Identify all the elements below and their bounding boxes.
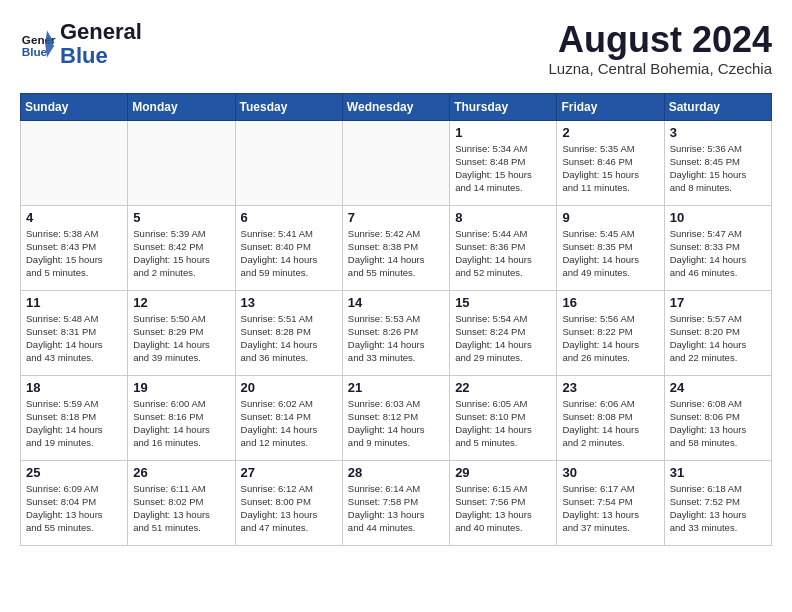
day-number: 9 [562, 210, 658, 225]
calendar-cell: 3Sunrise: 5:36 AM Sunset: 8:45 PM Daylig… [664, 120, 771, 205]
day-info: Sunrise: 5:56 AM Sunset: 8:22 PM Dayligh… [562, 312, 658, 365]
weekday-header-saturday: Saturday [664, 93, 771, 120]
day-number: 11 [26, 295, 122, 310]
calendar-cell: 16Sunrise: 5:56 AM Sunset: 8:22 PM Dayli… [557, 290, 664, 375]
day-number: 17 [670, 295, 766, 310]
weekday-header-row: SundayMondayTuesdayWednesdayThursdayFrid… [21, 93, 772, 120]
calendar-cell: 9Sunrise: 5:45 AM Sunset: 8:35 PM Daylig… [557, 205, 664, 290]
day-number: 13 [241, 295, 337, 310]
day-info: Sunrise: 6:18 AM Sunset: 7:52 PM Dayligh… [670, 482, 766, 535]
day-info: Sunrise: 5:47 AM Sunset: 8:33 PM Dayligh… [670, 227, 766, 280]
day-number: 5 [133, 210, 229, 225]
calendar-cell: 11Sunrise: 5:48 AM Sunset: 8:31 PM Dayli… [21, 290, 128, 375]
weekday-header-sunday: Sunday [21, 93, 128, 120]
weekday-header-friday: Friday [557, 93, 664, 120]
day-info: Sunrise: 5:35 AM Sunset: 8:46 PM Dayligh… [562, 142, 658, 195]
day-info: Sunrise: 5:51 AM Sunset: 8:28 PM Dayligh… [241, 312, 337, 365]
week-row-5: 25Sunrise: 6:09 AM Sunset: 8:04 PM Dayli… [21, 460, 772, 545]
weekday-header-monday: Monday [128, 93, 235, 120]
day-info: Sunrise: 6:02 AM Sunset: 8:14 PM Dayligh… [241, 397, 337, 450]
calendar-cell: 15Sunrise: 5:54 AM Sunset: 8:24 PM Dayli… [450, 290, 557, 375]
day-info: Sunrise: 5:41 AM Sunset: 8:40 PM Dayligh… [241, 227, 337, 280]
calendar-cell: 20Sunrise: 6:02 AM Sunset: 8:14 PM Dayli… [235, 375, 342, 460]
calendar-cell: 18Sunrise: 5:59 AM Sunset: 8:18 PM Dayli… [21, 375, 128, 460]
day-number: 15 [455, 295, 551, 310]
month-year-title: August 2024 [549, 20, 772, 60]
day-info: Sunrise: 5:42 AM Sunset: 8:38 PM Dayligh… [348, 227, 444, 280]
day-number: 12 [133, 295, 229, 310]
calendar-cell [128, 120, 235, 205]
day-number: 23 [562, 380, 658, 395]
day-info: Sunrise: 6:08 AM Sunset: 8:06 PM Dayligh… [670, 397, 766, 450]
day-info: Sunrise: 5:57 AM Sunset: 8:20 PM Dayligh… [670, 312, 766, 365]
calendar-cell: 22Sunrise: 6:05 AM Sunset: 8:10 PM Dayli… [450, 375, 557, 460]
day-number: 6 [241, 210, 337, 225]
calendar-cell: 14Sunrise: 5:53 AM Sunset: 8:26 PM Dayli… [342, 290, 449, 375]
calendar-cell: 1Sunrise: 5:34 AM Sunset: 8:48 PM Daylig… [450, 120, 557, 205]
calendar-cell: 29Sunrise: 6:15 AM Sunset: 7:56 PM Dayli… [450, 460, 557, 545]
calendar-cell: 13Sunrise: 5:51 AM Sunset: 8:28 PM Dayli… [235, 290, 342, 375]
day-info: Sunrise: 5:45 AM Sunset: 8:35 PM Dayligh… [562, 227, 658, 280]
day-number: 8 [455, 210, 551, 225]
day-info: Sunrise: 6:17 AM Sunset: 7:54 PM Dayligh… [562, 482, 658, 535]
title-block: August 2024 Luzna, Central Bohemia, Czec… [549, 20, 772, 77]
svg-text:Blue: Blue [22, 45, 48, 58]
day-info: Sunrise: 5:54 AM Sunset: 8:24 PM Dayligh… [455, 312, 551, 365]
day-info: Sunrise: 6:11 AM Sunset: 8:02 PM Dayligh… [133, 482, 229, 535]
calendar-cell: 8Sunrise: 5:44 AM Sunset: 8:36 PM Daylig… [450, 205, 557, 290]
calendar-cell: 28Sunrise: 6:14 AM Sunset: 7:58 PM Dayli… [342, 460, 449, 545]
day-number: 26 [133, 465, 229, 480]
logo-general-text: General [60, 20, 142, 44]
calendar-cell: 23Sunrise: 6:06 AM Sunset: 8:08 PM Dayli… [557, 375, 664, 460]
day-number: 27 [241, 465, 337, 480]
day-number: 22 [455, 380, 551, 395]
day-number: 30 [562, 465, 658, 480]
day-number: 20 [241, 380, 337, 395]
calendar-cell: 27Sunrise: 6:12 AM Sunset: 8:00 PM Dayli… [235, 460, 342, 545]
week-row-4: 18Sunrise: 5:59 AM Sunset: 8:18 PM Dayli… [21, 375, 772, 460]
day-number: 25 [26, 465, 122, 480]
calendar-table: SundayMondayTuesdayWednesdayThursdayFrid… [20, 93, 772, 546]
day-number: 19 [133, 380, 229, 395]
day-info: Sunrise: 6:06 AM Sunset: 8:08 PM Dayligh… [562, 397, 658, 450]
day-info: Sunrise: 6:03 AM Sunset: 8:12 PM Dayligh… [348, 397, 444, 450]
calendar-cell: 31Sunrise: 6:18 AM Sunset: 7:52 PM Dayli… [664, 460, 771, 545]
day-info: Sunrise: 5:44 AM Sunset: 8:36 PM Dayligh… [455, 227, 551, 280]
day-info: Sunrise: 6:14 AM Sunset: 7:58 PM Dayligh… [348, 482, 444, 535]
day-info: Sunrise: 5:53 AM Sunset: 8:26 PM Dayligh… [348, 312, 444, 365]
week-row-1: 1Sunrise: 5:34 AM Sunset: 8:48 PM Daylig… [21, 120, 772, 205]
calendar-cell: 26Sunrise: 6:11 AM Sunset: 8:02 PM Dayli… [128, 460, 235, 545]
calendar-cell [235, 120, 342, 205]
day-info: Sunrise: 5:59 AM Sunset: 8:18 PM Dayligh… [26, 397, 122, 450]
calendar-cell: 5Sunrise: 5:39 AM Sunset: 8:42 PM Daylig… [128, 205, 235, 290]
week-row-2: 4Sunrise: 5:38 AM Sunset: 8:43 PM Daylig… [21, 205, 772, 290]
calendar-cell: 17Sunrise: 5:57 AM Sunset: 8:20 PM Dayli… [664, 290, 771, 375]
day-info: Sunrise: 5:36 AM Sunset: 8:45 PM Dayligh… [670, 142, 766, 195]
calendar-cell: 7Sunrise: 5:42 AM Sunset: 8:38 PM Daylig… [342, 205, 449, 290]
day-info: Sunrise: 6:12 AM Sunset: 8:00 PM Dayligh… [241, 482, 337, 535]
calendar-cell: 2Sunrise: 5:35 AM Sunset: 8:46 PM Daylig… [557, 120, 664, 205]
day-number: 7 [348, 210, 444, 225]
day-info: Sunrise: 5:34 AM Sunset: 8:48 PM Dayligh… [455, 142, 551, 195]
day-info: Sunrise: 5:38 AM Sunset: 8:43 PM Dayligh… [26, 227, 122, 280]
day-info: Sunrise: 6:09 AM Sunset: 8:04 PM Dayligh… [26, 482, 122, 535]
logo-blue-text: Blue [60, 44, 142, 68]
day-number: 21 [348, 380, 444, 395]
logo: General Blue General Blue [20, 20, 142, 68]
calendar-cell: 4Sunrise: 5:38 AM Sunset: 8:43 PM Daylig… [21, 205, 128, 290]
calendar-cell: 19Sunrise: 6:00 AM Sunset: 8:16 PM Dayli… [128, 375, 235, 460]
calendar-cell: 12Sunrise: 5:50 AM Sunset: 8:29 PM Dayli… [128, 290, 235, 375]
day-info: Sunrise: 6:05 AM Sunset: 8:10 PM Dayligh… [455, 397, 551, 450]
logo-icon: General Blue [20, 26, 56, 62]
day-number: 28 [348, 465, 444, 480]
page-header: General Blue General Blue August 2024 Lu… [20, 20, 772, 77]
day-info: Sunrise: 5:50 AM Sunset: 8:29 PM Dayligh… [133, 312, 229, 365]
day-info: Sunrise: 6:00 AM Sunset: 8:16 PM Dayligh… [133, 397, 229, 450]
day-number: 10 [670, 210, 766, 225]
calendar-cell: 24Sunrise: 6:08 AM Sunset: 8:06 PM Dayli… [664, 375, 771, 460]
calendar-cell: 10Sunrise: 5:47 AM Sunset: 8:33 PM Dayli… [664, 205, 771, 290]
calendar-cell: 21Sunrise: 6:03 AM Sunset: 8:12 PM Dayli… [342, 375, 449, 460]
calendar-cell: 6Sunrise: 5:41 AM Sunset: 8:40 PM Daylig… [235, 205, 342, 290]
weekday-header-tuesday: Tuesday [235, 93, 342, 120]
calendar-cell [21, 120, 128, 205]
